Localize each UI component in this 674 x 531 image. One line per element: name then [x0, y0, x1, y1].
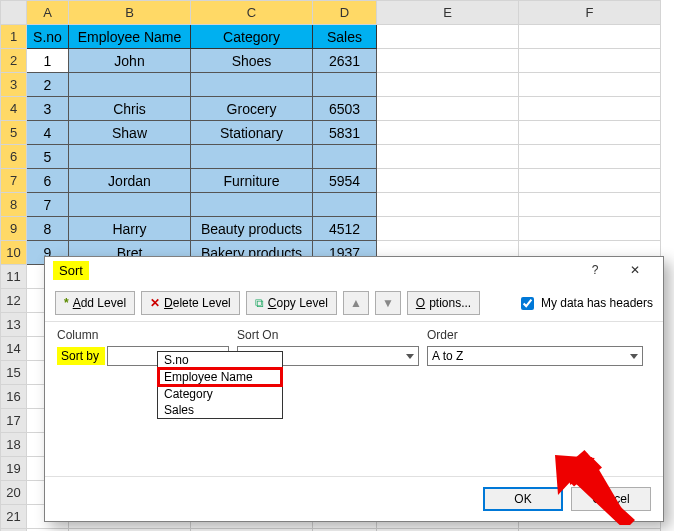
- row-header[interactable]: 1: [1, 25, 27, 49]
- cell[interactable]: [519, 193, 661, 217]
- col-header-B[interactable]: B: [69, 1, 191, 25]
- cell[interactable]: Grocery: [191, 97, 313, 121]
- cell[interactable]: 5954: [313, 169, 377, 193]
- cell[interactable]: Sales: [313, 25, 377, 49]
- dropdown-option-employee-name[interactable]: Employee Name: [157, 367, 283, 387]
- cell[interactable]: [519, 121, 661, 145]
- cell[interactable]: [69, 145, 191, 169]
- col-header-E[interactable]: E: [377, 1, 519, 25]
- cell[interactable]: [519, 145, 661, 169]
- row-header[interactable]: 8: [1, 193, 27, 217]
- cell[interactable]: Shaw: [69, 121, 191, 145]
- cell[interactable]: [191, 73, 313, 97]
- cell[interactable]: Employee Name: [69, 25, 191, 49]
- delete-level-button[interactable]: ✕ Delete Level: [141, 291, 240, 315]
- cell[interactable]: 6503: [313, 97, 377, 121]
- col-header-D[interactable]: D: [313, 1, 377, 25]
- cell[interactable]: [519, 49, 661, 73]
- cell[interactable]: [313, 145, 377, 169]
- dropdown-option[interactable]: Sales: [158, 402, 282, 418]
- cell[interactable]: Category: [191, 25, 313, 49]
- row-header[interactable]: 16: [1, 385, 27, 409]
- cell[interactable]: [69, 193, 191, 217]
- cell[interactable]: [519, 217, 661, 241]
- cell[interactable]: [519, 73, 661, 97]
- row-header[interactable]: 12: [1, 289, 27, 313]
- row-header[interactable]: 4: [1, 97, 27, 121]
- cell[interactable]: 2: [27, 73, 69, 97]
- row-header[interactable]: 2: [1, 49, 27, 73]
- cell[interactable]: 7: [27, 193, 69, 217]
- col-header-A[interactable]: A: [27, 1, 69, 25]
- dropdown-option[interactable]: Category: [158, 386, 282, 402]
- cell[interactable]: 5831: [313, 121, 377, 145]
- cell[interactable]: Furniture: [191, 169, 313, 193]
- cell[interactable]: [377, 145, 519, 169]
- plus-icon: *: [64, 296, 69, 310]
- options-button[interactable]: Options...: [407, 291, 480, 315]
- row-header[interactable]: 13: [1, 313, 27, 337]
- row-header[interactable]: 17: [1, 409, 27, 433]
- help-button[interactable]: ?: [575, 257, 615, 283]
- cell[interactable]: John: [69, 49, 191, 73]
- row-header[interactable]: 14: [1, 337, 27, 361]
- headers-checkbox[interactable]: [521, 297, 534, 310]
- cell[interactable]: Shoes: [191, 49, 313, 73]
- cell[interactable]: [313, 193, 377, 217]
- cell[interactable]: Jordan: [69, 169, 191, 193]
- headers-checkbox-wrap[interactable]: My data has headers: [517, 294, 653, 313]
- cell[interactable]: [69, 73, 191, 97]
- col-header-F[interactable]: F: [519, 1, 661, 25]
- row-header[interactable]: 7: [1, 169, 27, 193]
- cell[interactable]: [377, 25, 519, 49]
- cell[interactable]: 4512: [313, 217, 377, 241]
- cell[interactable]: [377, 121, 519, 145]
- cell[interactable]: 3: [27, 97, 69, 121]
- cancel-button[interactable]: Cancel: [571, 487, 651, 511]
- dropdown-option[interactable]: S.no: [158, 352, 282, 368]
- row-header[interactable]: 3: [1, 73, 27, 97]
- cell[interactable]: 4: [27, 121, 69, 145]
- cell[interactable]: [519, 97, 661, 121]
- row-header[interactable]: 5: [1, 121, 27, 145]
- cell[interactable]: Chris: [69, 97, 191, 121]
- close-button[interactable]: ✕: [615, 257, 655, 283]
- row-header[interactable]: 18: [1, 433, 27, 457]
- cell[interactable]: Beauty products: [191, 217, 313, 241]
- cell[interactable]: [377, 73, 519, 97]
- cell[interactable]: [191, 145, 313, 169]
- cell[interactable]: [377, 217, 519, 241]
- cell[interactable]: S.no: [27, 25, 69, 49]
- cell[interactable]: [519, 169, 661, 193]
- row-header[interactable]: 20: [1, 481, 27, 505]
- cell[interactable]: [377, 193, 519, 217]
- cell[interactable]: 6: [27, 169, 69, 193]
- cell[interactable]: 2631: [313, 49, 377, 73]
- cell[interactable]: 5: [27, 145, 69, 169]
- row-header[interactable]: 15: [1, 361, 27, 385]
- move-up-button[interactable]: ▲: [343, 291, 369, 315]
- cell[interactable]: [519, 25, 661, 49]
- select-all-corner[interactable]: [1, 1, 27, 25]
- cell[interactable]: [191, 193, 313, 217]
- cell[interactable]: Stationary: [191, 121, 313, 145]
- copy-level-button[interactable]: ⧉ Copy Level: [246, 291, 337, 315]
- cell[interactable]: [377, 97, 519, 121]
- cell[interactable]: Harry: [69, 217, 191, 241]
- row-header[interactable]: 21: [1, 505, 27, 529]
- col-header-C[interactable]: C: [191, 1, 313, 25]
- ok-button[interactable]: OK: [483, 487, 563, 511]
- row-header[interactable]: 10: [1, 241, 27, 265]
- cell[interactable]: [377, 49, 519, 73]
- add-level-button[interactable]: * Add Level: [55, 291, 135, 315]
- row-header[interactable]: 19: [1, 457, 27, 481]
- cell[interactable]: [377, 169, 519, 193]
- cell[interactable]: [313, 73, 377, 97]
- move-down-button[interactable]: ▼: [375, 291, 401, 315]
- cell[interactable]: 1: [27, 49, 69, 73]
- row-header[interactable]: 9: [1, 217, 27, 241]
- row-header[interactable]: 11: [1, 265, 27, 289]
- cell[interactable]: 8: [27, 217, 69, 241]
- order-combo[interactable]: A to Z: [427, 346, 643, 366]
- row-header[interactable]: 6: [1, 145, 27, 169]
